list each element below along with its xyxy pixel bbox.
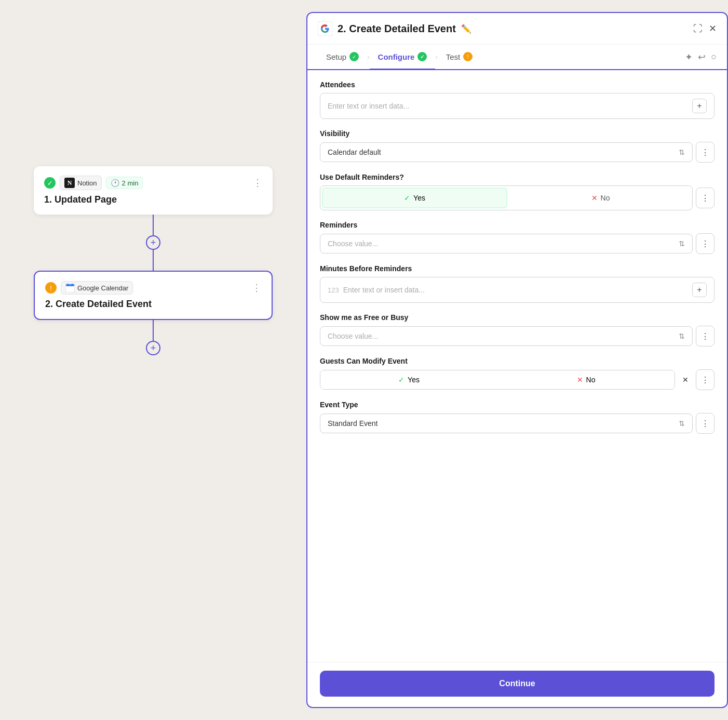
minutes-before-label: Minutes Before Reminders — [320, 264, 714, 273]
configure-panel: 2. Create Detailed Event ✏️ ⛶ ✕ Setup ✓ … — [306, 12, 728, 708]
node1-title: 1. Updated Page — [44, 194, 262, 205]
time-badge: 🕐 2 min — [106, 177, 143, 189]
tab-test[interactable]: Test ! — [438, 45, 481, 70]
tabs-left: Setup ✓ › Configure ✓ › Test ! — [318, 45, 481, 69]
google-calendar-badge: Google Calendar — [61, 281, 133, 295]
add-step-button-2[interactable]: + — [146, 341, 160, 355]
connector-2: + — [146, 320, 160, 355]
connector-line-1 — [153, 215, 154, 235]
attendees-placeholder: Enter text or insert data... — [328, 102, 688, 110]
event-type-row: Standard Event ⇅ ⋮ — [320, 413, 714, 434]
svg-rect-3 — [68, 284, 69, 286]
visibility-options-button[interactable]: ⋮ — [696, 142, 714, 163]
tab-configure[interactable]: Configure ✓ — [370, 45, 436, 70]
panel-body: Attendees Enter text or insert data... +… — [307, 70, 727, 662]
attendees-field: Attendees Enter text or insert data... + — [320, 81, 714, 119]
default-reminders-label: Use Default Reminders? — [320, 173, 714, 181]
time-label: 2 min — [122, 179, 139, 187]
attendees-input-row[interactable]: Enter text or insert data... + — [320, 93, 714, 119]
tab-test-label: Test — [446, 52, 461, 61]
continue-section: Continue — [307, 662, 727, 707]
minutes-before-placeholder: Enter text or insert data... — [343, 286, 688, 294]
reminders-options-button[interactable]: ⋮ — [696, 233, 714, 254]
guests-modify-options-button[interactable]: ⋮ — [696, 369, 714, 390]
tab-configure-label: Configure — [378, 52, 415, 61]
event-type-options-button[interactable]: ⋮ — [696, 413, 714, 434]
event-type-label: Event Type — [320, 401, 714, 409]
free-busy-row: Choose value... ⇅ ⋮ — [320, 326, 714, 346]
svg-rect-2 — [66, 284, 74, 286]
reminders-label: Reminders — [320, 221, 714, 229]
tab-configure-status: ✓ — [417, 52, 427, 61]
guests-modify-no-button[interactable]: ✕ No — [497, 370, 675, 389]
search-button[interactable]: ○ — [711, 51, 717, 62]
guests-modify-yes-label: Yes — [408, 376, 420, 384]
event-type-value: Standard Event — [328, 419, 378, 428]
guests-modify-clear-button[interactable]: ✕ — [678, 372, 693, 387]
node-1-notion: ✓ N Notion 🕐 2 min ⋮ 1. Updated Page — [34, 166, 273, 215]
free-busy-placeholder: Choose value... — [328, 332, 378, 340]
panel-title-row: 2. Create Detailed Event ✏️ — [318, 21, 471, 36]
guests-modify-no-label: No — [586, 376, 596, 384]
default-reminders-options-button[interactable]: ⋮ — [696, 188, 714, 208]
reminders-chevron: ⇅ — [679, 239, 685, 248]
default-reminders-yes-button[interactable]: ✓ Yes — [322, 188, 507, 208]
tab-test-status: ! — [463, 52, 473, 61]
free-busy-chevron: ⇅ — [679, 332, 685, 340]
expand-button[interactable]: ⛶ — [693, 23, 703, 34]
notion-label: Notion — [77, 179, 97, 187]
tabs-right: ✦ ↩ ○ — [685, 51, 717, 63]
event-type-select[interactable]: Standard Event ⇅ — [320, 414, 693, 433]
visibility-label: Visibility — [320, 129, 714, 138]
event-type-field: Event Type Standard Event ⇅ ⋮ — [320, 401, 714, 434]
node2-title: 2. Create Detailed Event — [45, 299, 261, 310]
panel-title: 2. Create Detailed Event — [338, 23, 456, 35]
yes-check-icon: ✓ — [404, 194, 410, 202]
guests-modify-toggle: ✓ Yes ✕ No — [320, 370, 675, 390]
workflow-canvas: ✓ N Notion 🕐 2 min ⋮ 1. Updated Page + ! — [0, 0, 306, 720]
no-x-icon: ✕ — [591, 194, 598, 202]
free-busy-options-button[interactable]: ⋮ — [696, 326, 714, 346]
tab-setup[interactable]: Setup ✓ — [318, 45, 367, 70]
node1-status-icon: ✓ — [44, 177, 56, 189]
close-button[interactable]: ✕ — [709, 23, 717, 34]
minutes-before-input[interactable]: 123 Enter text or insert data... + — [320, 277, 714, 303]
default-reminders-field: Use Default Reminders? ✓ Yes ✕ No ⋮ — [320, 173, 714, 210]
attendees-add-button[interactable]: + — [692, 99, 707, 113]
free-busy-label: Show me as Free or Busy — [320, 313, 714, 322]
minutes-before-row: 123 Enter text or insert data... + — [320, 277, 714, 303]
magic-wand-button[interactable]: ✦ — [685, 51, 693, 63]
guests-modify-row: ✓ Yes ✕ No ✕ ⋮ — [320, 369, 714, 390]
minutes-before-field: Minutes Before Reminders 123 Enter text … — [320, 264, 714, 303]
panel-actions: ⛶ ✕ — [693, 23, 717, 34]
node2-status-icon: ! — [45, 282, 57, 294]
visibility-select[interactable]: Calendar default ⇅ — [320, 142, 693, 162]
event-type-chevron: ⇅ — [679, 419, 685, 428]
panel-google-icon — [318, 21, 332, 36]
node1-menu-button[interactable]: ⋮ — [253, 177, 262, 189]
connector-line-3 — [153, 320, 154, 341]
guests-modify-field: Guests Can Modify Event ✓ Yes ✕ No ✕ ⋮ — [320, 357, 714, 390]
free-busy-select[interactable]: Choose value... ⇅ — [320, 326, 693, 346]
clock-icon: 🕐 — [111, 179, 119, 187]
panel-header: 2. Create Detailed Event ✏️ ⛶ ✕ — [307, 13, 727, 45]
google-calendar-label: Google Calendar — [77, 284, 128, 292]
edit-title-icon[interactable]: ✏️ — [461, 24, 471, 34]
guests-modify-yes-button[interactable]: ✓ Yes — [320, 370, 497, 389]
notion-icon: N — [64, 178, 75, 188]
default-reminders-no-label: No — [601, 194, 610, 202]
minutes-before-add-button[interactable]: + — [692, 283, 707, 297]
add-step-button-1[interactable]: + — [146, 235, 160, 250]
default-reminders-no-button[interactable]: ✕ No — [509, 189, 692, 207]
visibility-field: Visibility Calendar default ⇅ ⋮ — [320, 129, 714, 163]
connector-line-2 — [153, 250, 154, 271]
num-hint: 123 — [328, 286, 339, 294]
reminders-field: Reminders Choose value... ⇅ ⋮ — [320, 221, 714, 254]
google-calendar-icon — [65, 283, 75, 292]
reminders-placeholder: Choose value... — [328, 239, 378, 248]
continue-button[interactable]: Continue — [320, 671, 714, 697]
undo-button[interactable]: ↩ — [698, 51, 706, 63]
node2-menu-button[interactable]: ⋮ — [252, 282, 261, 294]
visibility-row: Calendar default ⇅ ⋮ — [320, 142, 714, 163]
reminders-select[interactable]: Choose value... ⇅ — [320, 234, 693, 254]
